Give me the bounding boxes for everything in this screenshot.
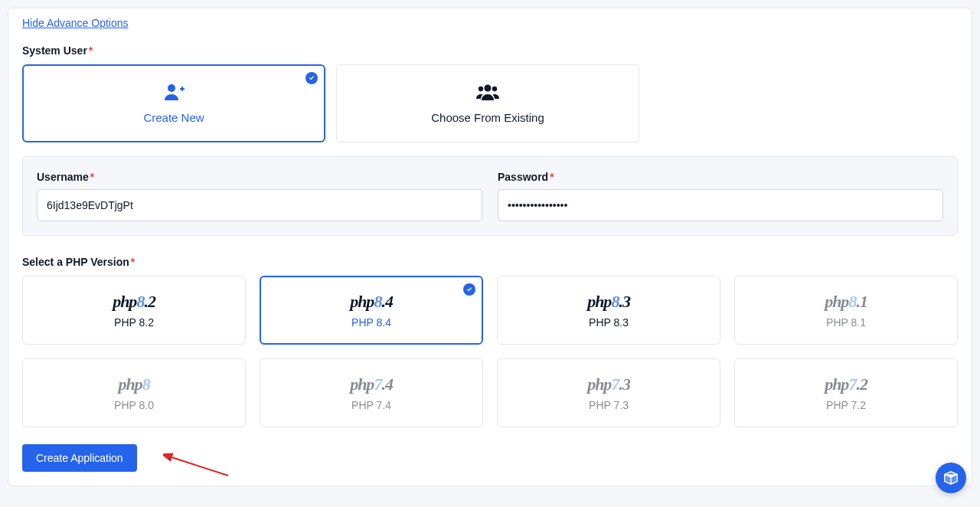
create-new-option[interactable]: Create New (22, 64, 325, 142)
php-version-card[interactable]: php8.2PHP 8.2 (22, 276, 246, 345)
svg-point-0 (168, 84, 175, 92)
php-logo: php7.2 (825, 375, 867, 394)
php-version-card[interactable]: php8.3PHP 8.3 (497, 276, 720, 345)
create-new-label: Create New (143, 111, 204, 124)
php-version-card[interactable]: php8PHP 8.0 (22, 358, 246, 427)
php-logo: php8.4 (350, 292, 393, 312)
php-version-text: PHP 8.0 (114, 399, 154, 411)
svg-line-6 (169, 456, 228, 476)
system-user-label: System User* (22, 44, 958, 57)
svg-rect-2 (181, 87, 183, 91)
php-logo: php7.3 (587, 375, 630, 394)
php-logo: php8 (118, 375, 149, 394)
svg-point-4 (479, 86, 483, 90)
php-logo: php8.1 (825, 292, 867, 312)
php-version-text: PHP 8.1 (826, 316, 866, 329)
svg-point-3 (485, 84, 492, 91)
php-version-text: PHP 7.2 (826, 399, 866, 411)
check-icon (463, 283, 475, 296)
php-logo: php7.4 (350, 375, 393, 394)
php-version-card[interactable]: php7.2PHP 7.2 (734, 358, 958, 427)
hide-advance-options-link[interactable]: Hide Advance Options (22, 17, 129, 29)
choose-existing-label: Choose From Existing (431, 111, 544, 124)
check-icon (305, 72, 318, 84)
php-version-text: PHP 7.4 (351, 399, 391, 411)
help-widget-icon[interactable] (936, 463, 966, 493)
credentials-panel: Username* Password* (22, 156, 958, 236)
username-input[interactable] (37, 189, 482, 221)
php-version-text: PHP 7.3 (589, 399, 629, 411)
username-label: Username* (37, 171, 482, 183)
php-logo: php8.2 (113, 292, 155, 312)
arrow-annotation (163, 449, 232, 479)
php-version-card[interactable]: php8.4PHP 8.4 (260, 276, 483, 345)
php-version-text: PHP 8.3 (589, 316, 629, 329)
svg-point-5 (492, 86, 497, 90)
php-version-card[interactable]: php7.3PHP 7.3 (497, 358, 720, 427)
password-input[interactable] (498, 189, 943, 221)
php-version-text: PHP 8.2 (114, 316, 154, 329)
user-plus-icon (163, 83, 185, 103)
password-label: Password* (498, 171, 943, 183)
php-version-card[interactable]: php7.4PHP 7.4 (260, 358, 483, 427)
php-version-text: PHP 8.4 (351, 316, 391, 329)
choose-existing-option[interactable]: Choose From Existing (336, 64, 639, 142)
php-version-card[interactable]: php8.1PHP 8.1 (734, 276, 958, 345)
users-icon (476, 83, 499, 103)
create-application-button[interactable]: Create Application (22, 444, 137, 472)
php-logo: php8.3 (587, 292, 630, 312)
php-version-label: Select a PHP Version* (22, 256, 958, 268)
